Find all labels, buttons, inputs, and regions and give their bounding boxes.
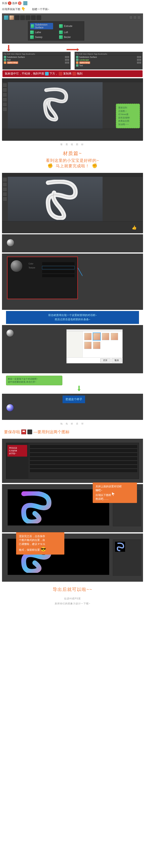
- picture-viewer-block-1: 关掉上面的设置对话框 懒吧~ 出现以下图框 然后吧……: [0, 484, 145, 532]
- file-thumb[interactable]: [93, 342, 100, 349]
- render-field[interactable]: [30, 469, 137, 472]
- obj-tag-icon: [65, 62, 67, 64]
- render-row[interactable]: [30, 469, 137, 473]
- redbar-a: 鼠标选中它，不松掉，拖到平面: [5, 72, 44, 75]
- render-row[interactable]: [30, 465, 137, 469]
- material-browser-half: [83, 258, 139, 306]
- step-badge-2: 2: [18, 1, 22, 5]
- green-note-views: 重新回到 正面图,~ 在Views里 面有选项呐! 效果如左图 加油哦~~~: [116, 103, 140, 128]
- file-browser-shot: 打开 取消: [2, 325, 143, 373]
- drag-mini-icon: [72, 72, 76, 75]
- save-text-a: 要保存啦: [4, 429, 20, 435]
- copy-mini-icon: [59, 72, 62, 75]
- sunglasses-emoji-icon: 😎: [40, 547, 46, 552]
- thumb-up-icon: 👍: [132, 225, 137, 230]
- orange-callout-save: 渲染完之后，点击保存 个图片格式的位置，自 己调整啦，建议 P N G 格式，保…: [16, 532, 64, 555]
- render-field[interactable]: [30, 457, 137, 460]
- render-row[interactable]: [30, 448, 137, 453]
- render-row[interactable]: [30, 457, 137, 461]
- obj-item-landscape[interactable]: Landscape: [76, 58, 142, 61]
- material-editor-shot: Color Texture: [2, 254, 143, 310]
- vp-tool-icon[interactable]: [3, 102, 7, 106]
- file-open-dialog: 打开 取消: [66, 329, 123, 364]
- render-row[interactable]: [30, 453, 137, 457]
- vp-tool-icon[interactable]: [3, 197, 7, 201]
- material-ball-grey[interactable]: [7, 239, 14, 247]
- blue-mini-label: 变成这个样子: [62, 396, 85, 403]
- file-thumb-selected[interactable]: [93, 333, 100, 340]
- render-field[interactable]: [30, 453, 137, 456]
- object-manager-pair: File Edit View Objects Tags Bookmarks Su…: [0, 52, 145, 69]
- object-manager-left: File Edit View Objects Tags Bookmarks Su…: [2, 52, 70, 69]
- spline-button-icon[interactable]: [9, 15, 14, 20]
- gen-item-subdiv[interactable]: Subdivision Surface: [30, 23, 53, 29]
- small-misc-icon: [129, 16, 133, 19]
- obj-item-text[interactable]: Text: [76, 64, 142, 67]
- obj-tag-icon: [67, 62, 69, 64]
- subdiv-icon: [31, 24, 34, 28]
- obj-item-subdiv-2[interactable]: Subdivision Surface: [76, 56, 142, 58]
- pv-history-panel: [113, 539, 141, 576]
- file-dialog-sidebar: [66, 331, 83, 358]
- small-misc-icon: [137, 16, 141, 19]
- heading-material-sub-a: 看到这里的小宝宝是好样的~: [3, 158, 142, 163]
- cube-button-icon[interactable]: [4, 15, 9, 20]
- green-arrow-down-icon: [79, 386, 80, 391]
- render-row[interactable]: [30, 444, 137, 448]
- gen-item-loft[interactable]: Loft: [59, 31, 82, 34]
- open-button[interactable]: 打开: [100, 359, 110, 363]
- material-ball-grey[interactable]: [6, 329, 14, 337]
- render-field[interactable]: [30, 465, 137, 468]
- top-toolbar: [4, 15, 141, 20]
- obj-item-subdiv[interactable]: Subdivision Surface: [3, 56, 70, 58]
- vp-tool-icon[interactable]: [3, 187, 7, 191]
- file-thumb[interactable]: [84, 342, 91, 349]
- vp-menubar: [2, 79, 143, 82]
- obj-tag-icon: [67, 56, 69, 58]
- file-thumb[interactable]: [84, 333, 91, 340]
- intro-text-b: 选择: [12, 1, 17, 5]
- obj-tag-icon: [65, 59, 67, 61]
- gen-item-extrude[interactable]: Extrude: [59, 23, 82, 29]
- render-row[interactable]: [30, 461, 137, 465]
- env-button-icon[interactable]: [26, 15, 30, 20]
- pv-thumb[interactable]: [115, 542, 125, 552]
- generator-button-icon[interactable]: [15, 15, 20, 20]
- vp-canvas[interactable]: [8, 82, 103, 129]
- vp-tool-icon[interactable]: [3, 107, 7, 112]
- vp-tool-icon[interactable]: [3, 83, 7, 87]
- obj-item-splinewrap-2[interactable]: Spline Wrap: [76, 61, 142, 64]
- subdiv-obj-icon: [76, 56, 79, 58]
- sweep-icon: [30, 35, 34, 39]
- render-field[interactable]: [30, 449, 137, 452]
- gen-item-sweep[interactable]: Sweep: [30, 35, 53, 39]
- render-field[interactable]: [30, 461, 137, 464]
- obj-tag-icon: [137, 62, 139, 64]
- green-note-filepicker: 然后一定是现了这个对话框吧~ 选中你想要的材质,单击打开~: [6, 376, 62, 385]
- material-section-heading: 材质篇~ 看到这里的小宝宝是好样的~ ✊ 马上就要完成啦！ ✊: [0, 147, 145, 172]
- obj-item-null[interactable]: Null: [3, 58, 70, 61]
- obj-item-splinewrap[interactable]: Spline Wrap: [3, 61, 70, 64]
- render-field[interactable]: [30, 445, 137, 448]
- material-ball-colored[interactable]: [6, 404, 14, 412]
- vp-tool-icon[interactable]: [3, 93, 7, 97]
- vp-tool-icon[interactable]: [3, 178, 7, 182]
- camera-button-icon[interactable]: [31, 15, 36, 20]
- vp-tool-icon[interactable]: [3, 88, 7, 92]
- deformer-button-icon[interactable]: [20, 15, 25, 20]
- file-thumb[interactable]: [102, 333, 109, 340]
- gen-item-lathe[interactable]: Lathe: [30, 31, 53, 34]
- cancel-button[interactable]: 取消: [112, 359, 122, 363]
- obj-tag-icon: [139, 56, 141, 58]
- light-button-icon[interactable]: [36, 15, 41, 20]
- vp-tool-icon[interactable]: [3, 192, 7, 196]
- obj-tag-icon: [137, 56, 139, 58]
- vp-tool-icon[interactable]: [3, 97, 7, 102]
- obj-tag-icon: [139, 62, 141, 64]
- vp-tool-icon[interactable]: [3, 182, 7, 187]
- gen-item-bezier[interactable]: Bezier: [59, 35, 82, 39]
- viewport-screenshot-1: 重新回到 正面图,~ 在Views里 面有选项呐! 效果如左图 加油哦~~~: [2, 78, 143, 141]
- file-dialog-grid: [83, 331, 122, 358]
- file-thumb[interactable]: [111, 333, 118, 340]
- vp-canvas[interactable]: [8, 177, 103, 221]
